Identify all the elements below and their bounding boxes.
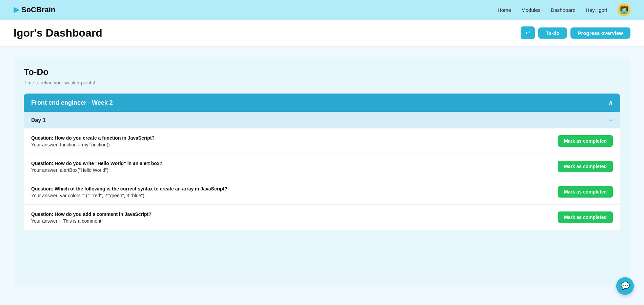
todo-card: To-Do Time to refine your weaker points!…: [14, 57, 630, 287]
day-header[interactable]: Day 1 −: [24, 112, 620, 128]
card-title: To-Do: [24, 67, 620, 77]
question-text: Question: How do you create a function i…: [31, 135, 613, 141]
todo-button[interactable]: To-do: [538, 27, 567, 39]
nav-dashboard-link[interactable]: Dashboard: [551, 7, 576, 13]
progress-overview-button[interactable]: Progress overview: [570, 27, 630, 39]
nav-links: Home Modules Dashboard Hey, Igor! 🧑‍💻: [498, 3, 630, 16]
nav-greeting: Hey, Igor!: [586, 7, 607, 13]
answer-text: Your answer: alertBox("Hello World");: [31, 167, 613, 173]
mark-completed-button-1[interactable]: Mark as completed: [558, 161, 613, 172]
mark-completed-button-2[interactable]: Mark as completed: [558, 186, 613, 198]
answer-text: Your answer: var colors = (1:"red", 2:"g…: [31, 193, 613, 198]
question-item: Question: How do you write "Hello World"…: [24, 154, 620, 179]
header-buttons: ↩ To-do Progress overview: [521, 26, 630, 39]
answer-text: Your answer: function = myFunction(): [31, 142, 613, 147]
day-label: Day 1: [31, 117, 46, 123]
question-item: Question: How do you add a comment in Ja…: [24, 205, 620, 230]
question-item: Question: How do you create a function i…: [24, 128, 620, 154]
avatar-emoji: 🧑‍💻: [620, 6, 628, 14]
logo-text: SoCBrain: [21, 5, 55, 14]
mark-completed-button-0[interactable]: Mark as completed: [558, 135, 613, 147]
accordion-header[interactable]: Front end engineer - Week 2 ∧: [24, 94, 620, 112]
accordion-section: Front end engineer - Week 2 ∧ Day 1 − Qu…: [24, 94, 620, 230]
day-section: Day 1 − Question: How do you create a fu…: [24, 112, 620, 230]
questions-list: Question: How do you create a function i…: [24, 128, 620, 230]
card-subtitle: Time to refine your weaker points!: [24, 80, 620, 85]
question-text: Question: Which of the following is the …: [31, 186, 613, 191]
nav-modules-link[interactable]: Modules: [521, 7, 541, 13]
question-item: Question: Which of the following is the …: [24, 179, 620, 205]
main-content: To-Do Time to refine your weaker points!…: [0, 46, 644, 297]
navbar: ▶ SoCBrain Home Modules Dashboard Hey, I…: [0, 0, 644, 20]
question-text: Question: How do you write "Hello World"…: [31, 161, 613, 166]
logo-arrow-icon: ▶: [14, 5, 19, 14]
chat-icon: 💬: [621, 282, 630, 290]
avatar[interactable]: 🧑‍💻: [618, 3, 630, 16]
mark-completed-button-3[interactable]: Mark as completed: [558, 211, 613, 223]
accordion-section-title: Front end engineer - Week 2: [31, 99, 113, 106]
page-header: Igor's Dashboard ↩ To-do Progress overvi…: [0, 20, 644, 46]
back-button[interactable]: ↩: [521, 26, 535, 39]
day-collapse-icon: −: [609, 116, 613, 124]
nav-home-link[interactable]: Home: [498, 7, 511, 13]
accordion-chevron-icon: ∧: [608, 99, 613, 106]
logo[interactable]: ▶ SoCBrain: [14, 5, 55, 14]
chat-bubble-button[interactable]: 💬: [616, 277, 634, 295]
question-text: Question: How do you add a comment in Ja…: [31, 211, 613, 217]
answer-text: Your answer: - This is a comment: [31, 218, 613, 224]
page-title: Igor's Dashboard: [14, 27, 102, 39]
